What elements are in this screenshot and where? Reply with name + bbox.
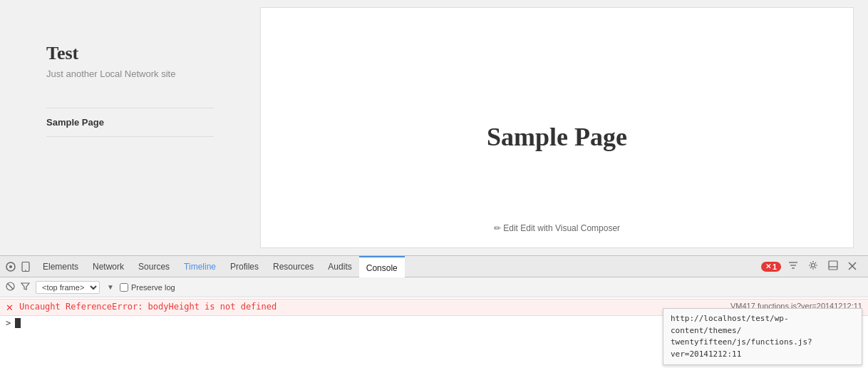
close-devtools-icon[interactable] — [845, 260, 859, 274]
error-icon: ✕ — [6, 302, 14, 313]
tab-resources[interactable]: Resources — [266, 256, 321, 277]
settings-icon[interactable] — [805, 259, 821, 274]
frame-dropdown-arrow: ▼ — [107, 283, 114, 291]
tab-audits[interactable]: Audits — [321, 256, 358, 277]
preserve-log-checkbox[interactable] — [120, 283, 128, 292]
sidebar-nav: Sample Page — [46, 108, 214, 137]
mobile-icon[interactable] — [21, 262, 30, 272]
sidebar: Test Just another Local Network site Sam… — [0, 0, 260, 255]
main-content-area: Sample Page ✏ Edit Edit with Visual Comp… — [260, 7, 854, 248]
frame-selector[interactable]: <top frame> — [36, 281, 100, 294]
clear-console-icon[interactable] — [6, 282, 15, 293]
devtools-tabs-bar: Elements Network Sources Timeline Profil… — [0, 256, 868, 277]
devtools-actions: ✕ 1 — [761, 259, 859, 274]
devtools-panel: Elements Network Sources Timeline Profil… — [0, 255, 868, 368]
svg-point-7 — [812, 264, 815, 267]
tab-timeline[interactable]: Timeline — [177, 256, 223, 277]
tab-console[interactable]: Console — [359, 256, 405, 277]
devtools-console-toolbar: <top frame> ▼ Preserve log — [0, 277, 868, 297]
tab-profiles[interactable]: Profiles — [223, 256, 266, 277]
error-count-badge: ✕ 1 — [761, 262, 781, 272]
site-description: Just another Local Network site — [46, 68, 214, 79]
tab-network[interactable]: Network — [86, 256, 131, 277]
svg-rect-8 — [829, 261, 837, 270]
nav-item-sample-page[interactable]: Sample Page — [46, 117, 214, 137]
url-tooltip: http://localhost/test/wp-content/themes/… — [663, 308, 862, 365]
dock-icon[interactable] — [825, 259, 841, 274]
tab-sources[interactable]: Sources — [131, 256, 177, 277]
inspect-icon[interactable] — [6, 262, 16, 272]
site-title: Test — [46, 43, 214, 64]
console-error-message: Uncaught ReferenceError: bodyHeight is n… — [19, 302, 730, 312]
svg-point-1 — [9, 265, 12, 268]
console-cursor — [15, 318, 21, 328]
devtools-console-output: ✕ Uncaught ReferenceError: bodyHeight is… — [0, 297, 868, 368]
svg-line-13 — [8, 283, 14, 289]
page-heading: Sample Page — [487, 122, 627, 152]
console-caret: > — [6, 318, 11, 328]
console-filter-icon[interactable] — [21, 282, 30, 293]
edit-bar[interactable]: ✏ Edit Edit with Visual Composer — [494, 223, 620, 233]
filter-icon[interactable] — [785, 259, 801, 274]
edit-link[interactable]: ✏ Edit Edit with Visual Composer — [494, 223, 620, 233]
preserve-log-label[interactable]: Preserve log — [120, 283, 175, 292]
tab-elements[interactable]: Elements — [36, 256, 86, 277]
